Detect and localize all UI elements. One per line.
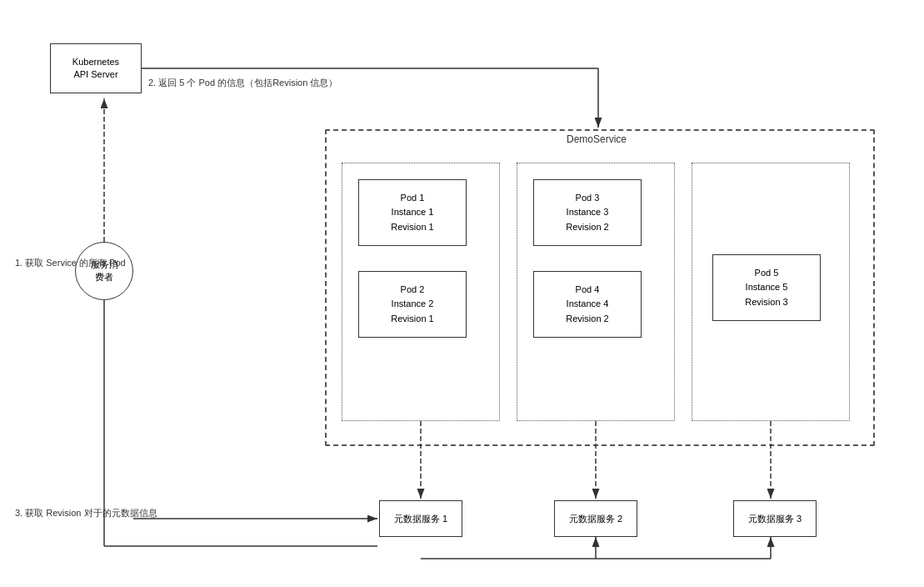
meta-service-3: 元数据服务 3 xyxy=(733,500,817,537)
annotation-1: 1. 获取 Service 的所有 Pod xyxy=(15,257,126,269)
pod-4: Pod 4Instance 4Revision 2 xyxy=(533,271,642,338)
pod-1-label: Pod 1Instance 1Revision 1 xyxy=(391,191,433,235)
meta-service-2: 元数据服务 2 xyxy=(554,500,637,537)
service-consumer: 服务消 费者 xyxy=(75,242,133,300)
pod-2: Pod 2Instance 2Revision 1 xyxy=(358,271,467,338)
pod-3-label: Pod 3Instance 3Revision 2 xyxy=(566,191,608,235)
meta-2-label: 元数据服务 2 xyxy=(569,513,622,525)
pod-3: Pod 3Instance 3Revision 2 xyxy=(533,179,642,246)
pod-4-label: Pod 4Instance 4Revision 2 xyxy=(566,283,608,327)
demo-service-label: DemoService xyxy=(567,133,627,145)
k8s-api-server: Kubernetes API Server xyxy=(50,43,142,93)
diagram: Kubernetes API Server 服务消 费者 DemoService… xyxy=(0,0,924,587)
pod-2-label: Pod 2Instance 2Revision 1 xyxy=(391,283,433,327)
pod-5-label: Pod 5Instance 5Revision 3 xyxy=(745,266,787,310)
k8s-label: Kubernetes API Server xyxy=(72,56,119,82)
pod-5: Pod 5Instance 5Revision 3 xyxy=(712,254,821,321)
annotation-3: 3. 获取 Revision 对于的元数据信息 xyxy=(15,507,157,519)
meta-service-1: 元数据服务 1 xyxy=(379,500,462,537)
meta-3-label: 元数据服务 3 xyxy=(748,513,802,525)
annotation-2: 2. 返回 5 个 Pod 的信息（包括Revision 信息） xyxy=(148,77,337,89)
meta-1-label: 元数据服务 1 xyxy=(394,513,447,525)
pod-1: Pod 1Instance 1Revision 1 xyxy=(358,179,467,246)
